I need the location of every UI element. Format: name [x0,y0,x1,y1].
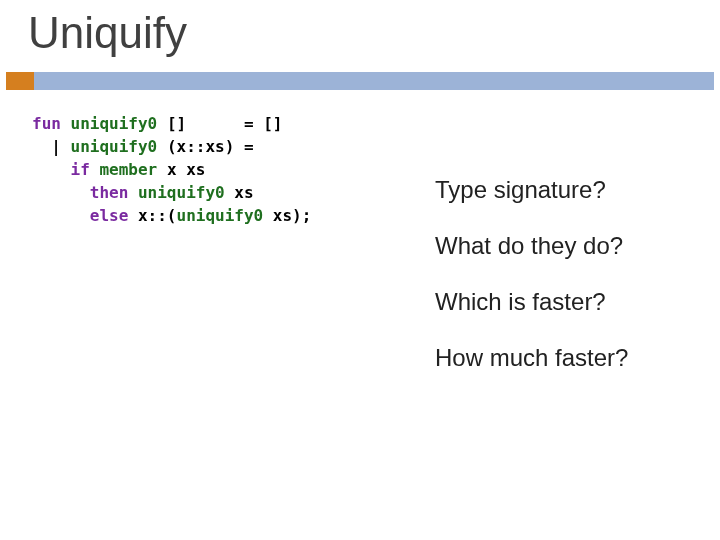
equals: = [244,114,254,133]
keyword-fun: fun [32,114,61,133]
fn-name: uniquify0 [71,137,158,156]
slide: Uniquify fun uniquify0 [] = [] | uniquif… [0,0,720,540]
equals: = [244,137,254,156]
keyword-then: then [90,183,129,202]
question-item: How much faster? [435,344,628,372]
cons-tail: xs); [263,206,311,225]
keyword-else: else [90,206,129,225]
keyword-if: if [71,160,90,179]
pipe: | [51,137,61,156]
fn-name: uniquify0 [177,206,264,225]
pattern-cons: (x::xs) [167,137,234,156]
then-args: xs [234,183,253,202]
fn-name: uniquify0 [138,183,225,202]
code-block: fun uniquify0 [] = [] | uniquify0 (x::xs… [32,112,311,227]
question-item: Which is faster? [435,288,628,316]
question-list: Type signature? What do they do? Which i… [435,176,628,400]
accent-block [6,72,34,90]
question-item: What do they do? [435,232,628,260]
rule-bar [34,72,714,90]
result-empty: [] [263,114,282,133]
member-args: x xs [167,160,206,179]
slide-title: Uniquify [28,8,187,58]
pattern-empty: [] [167,114,186,133]
cons-head: x::( [138,206,177,225]
fn-member: member [99,160,157,179]
fn-name: uniquify0 [71,114,158,133]
question-item: Type signature? [435,176,628,204]
